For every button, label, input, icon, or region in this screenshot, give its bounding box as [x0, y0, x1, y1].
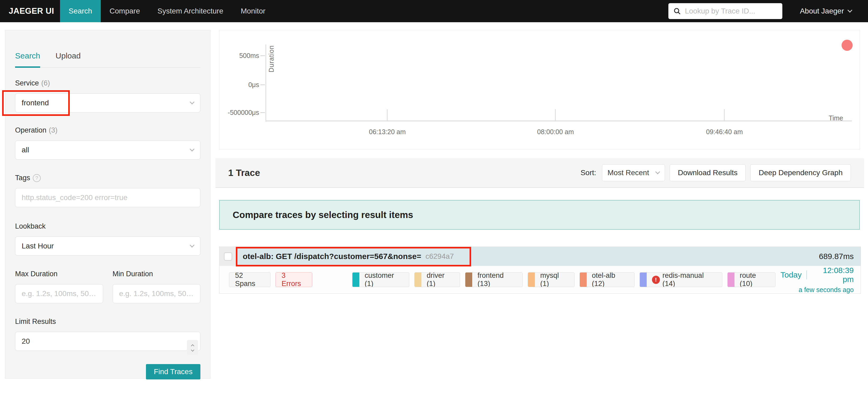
- span-count-chip: 52 Spans: [229, 272, 271, 287]
- service-color-bar: [465, 273, 472, 287]
- tags-input-wrap: [15, 188, 200, 207]
- tab-upload[interactable]: Upload: [56, 51, 81, 67]
- search-sidebar: Search Upload Service (6) frontend Opera…: [5, 30, 211, 379]
- stepper-up-icon[interactable]: [191, 344, 194, 348]
- nav-tab-search[interactable]: Search: [60, 0, 101, 22]
- max-duration-wrap: [15, 284, 103, 303]
- trace-scatter-point[interactable]: [842, 40, 852, 51]
- number-stepper[interactable]: [187, 340, 198, 355]
- chevron-down-icon: [847, 8, 852, 12]
- trace-relative-time: a few seconds ago: [780, 286, 854, 294]
- nav-tab-monitor[interactable]: Monitor: [232, 0, 274, 22]
- x-tick-mark: [387, 109, 388, 121]
- service-color-bar: [727, 273, 735, 287]
- find-traces-button[interactable]: Find Traces: [146, 364, 200, 379]
- x-tick-label: 06:13:20 am: [353, 128, 422, 136]
- sort-select[interactable]: Most Recent: [602, 164, 665, 181]
- timestamp-divider: [806, 270, 807, 279]
- chevron-down-icon: [655, 169, 660, 174]
- x-tick-label: 09:46:40 am: [690, 128, 759, 136]
- y-tick-label: 0μs: [219, 81, 259, 89]
- download-results-button[interactable]: Download Results: [670, 164, 746, 181]
- service-tag-label: otel-alb (12): [592, 272, 628, 287]
- app-title: JAEGER UI: [9, 6, 54, 16]
- service-color-bar: [580, 273, 587, 287]
- service-color-bar: [352, 273, 359, 287]
- about-jaeger-label: About Jaeger: [800, 7, 844, 16]
- trace-compare-checkbox[interactable]: [224, 252, 232, 261]
- duration-scatter-chart[interactable]: Duration 500ms 0μs -500000μs 06:13:20 am…: [219, 30, 860, 149]
- help-icon[interactable]: ?: [33, 174, 41, 182]
- service-tag-label: mysql (1): [540, 272, 568, 287]
- compare-banner-text: Compare traces by selecting result items: [232, 209, 413, 220]
- trace-result-header[interactable]: otel-alb: GET /dispatch?customer=567&non…: [219, 247, 861, 266]
- chevron-down-icon: [190, 99, 194, 104]
- deep-dependency-graph-button[interactable]: Deep Dependency Graph: [750, 164, 851, 181]
- operation-label: Operation (3): [15, 126, 200, 135]
- chevron-down-icon: [190, 243, 194, 247]
- trace-title[interactable]: otel-alb: GET /dispatch?customer=567&non…: [243, 252, 421, 261]
- sort-label: Sort:: [581, 169, 596, 177]
- limit-results-label: Limit Results: [15, 317, 200, 326]
- max-duration-input[interactable]: [22, 289, 96, 298]
- trace-result-footer: 52 Spans 3 Errors customer (1) driver (1…: [219, 266, 861, 293]
- about-jaeger-menu[interactable]: About Jaeger: [800, 7, 851, 16]
- service-select-value: frontend: [22, 99, 49, 107]
- sidebar-tabs: Search Upload: [15, 30, 200, 68]
- min-duration-input[interactable]: [119, 289, 194, 298]
- tags-label: Tags ?: [15, 174, 200, 182]
- trace-checkbox-cell: [219, 247, 236, 266]
- service-tag-chip: driver (1): [414, 272, 460, 287]
- chevron-down-icon: [190, 147, 194, 151]
- trace-lookup-input[interactable]: [685, 7, 778, 16]
- service-tag-chip: customer (1): [352, 272, 409, 287]
- trace-lookup-box[interactable]: [669, 3, 782, 19]
- service-tag-chip: mysql (1): [528, 272, 574, 287]
- x-tick-mark: [724, 109, 725, 121]
- compare-banner: Compare traces by selecting result items: [219, 200, 860, 230]
- lookback-select-value: Last Hour: [22, 242, 54, 250]
- operation-count: (3): [49, 126, 58, 135]
- service-tag-label: redis-manual (14): [662, 272, 716, 287]
- limit-results-wrap: [15, 332, 200, 351]
- service-label: Service (6): [15, 79, 200, 87]
- service-color-bar: [528, 273, 535, 287]
- service-select[interactable]: frontend: [15, 93, 200, 112]
- service-tag-label: frontend (13): [477, 272, 517, 287]
- tab-search[interactable]: Search: [15, 51, 40, 67]
- stepper-down-icon[interactable]: [191, 348, 194, 352]
- y-axis-title: Duration: [268, 45, 275, 73]
- trace-duration: 689.87ms: [819, 252, 861, 261]
- service-tag-chip: otel-alb (12): [580, 272, 634, 287]
- service-tag-label: driver (1): [427, 272, 454, 287]
- trace-count: 1 Trace: [228, 168, 260, 178]
- trace-date: Today: [780, 270, 802, 279]
- service-color-bar: [640, 273, 647, 287]
- y-tick-mark: [260, 55, 265, 56]
- min-duration-label: Min Duration: [113, 270, 201, 278]
- x-tick-mark: [555, 109, 556, 121]
- nav-tab-system-architecture[interactable]: System Architecture: [149, 0, 232, 22]
- limit-results-input[interactable]: [22, 337, 194, 346]
- service-tag-label: route (10): [740, 272, 769, 287]
- service-chips: customer (1) driver (1) frontend (13) my…: [317, 272, 780, 287]
- error-badge-icon: !: [652, 276, 660, 284]
- nav-tab-compare[interactable]: Compare: [101, 0, 149, 22]
- lookback-select[interactable]: Last Hour: [15, 236, 200, 256]
- sort-select-value: Most Recent: [608, 169, 649, 177]
- trace-time: 12:08:39 pm: [812, 266, 854, 284]
- max-duration-label: Max Duration: [15, 270, 103, 278]
- error-count-chip: 3 Errors: [276, 272, 312, 287]
- operation-select[interactable]: all: [15, 141, 200, 160]
- trace-short-id: c6294a7: [425, 252, 454, 261]
- lookback-label: Lookback: [15, 222, 200, 230]
- y-tick-label: -500000μs: [219, 109, 259, 116]
- tags-input[interactable]: [22, 193, 194, 202]
- y-axis-line: [266, 45, 266, 122]
- operation-select-value: all: [22, 146, 29, 154]
- trace-timestamp: Today 12:08:39 pm a few seconds ago: [780, 266, 854, 294]
- y-tick-mark: [260, 84, 265, 85]
- min-duration-wrap: [113, 284, 201, 303]
- service-tag-chip: route (10): [727, 272, 775, 287]
- x-axis-title: Time: [829, 114, 843, 122]
